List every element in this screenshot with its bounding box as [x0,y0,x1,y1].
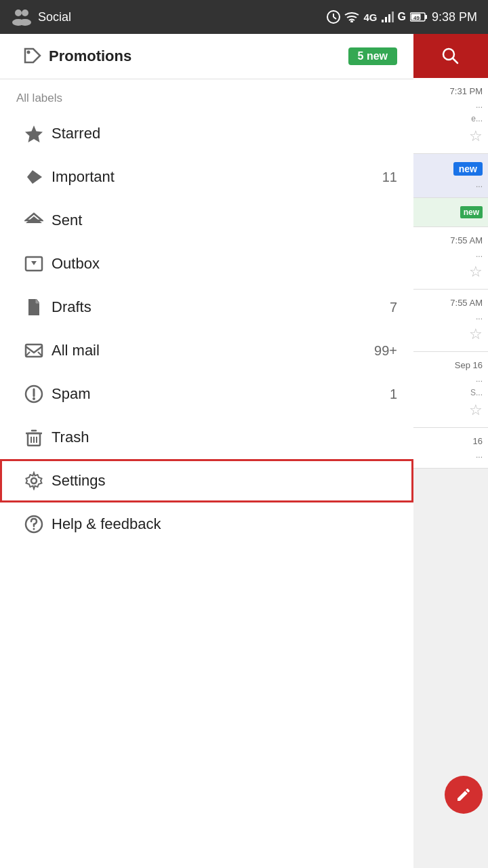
email-item-7: 16 ... [413,428,488,469]
svg-point-1 [22,9,28,16]
settings-icon [16,471,52,490]
menu-item-important[interactable]: Important 11 [0,155,413,199]
menu-item-outbox[interactable]: Outbox [0,242,413,285]
email-dots-6: ... [476,374,483,384]
email-dots-2: ... [476,180,483,189]
svg-rect-23 [26,344,42,357]
email-dots-1: ... [476,100,483,110]
email-preview-1: e... [471,114,483,123]
right-panel: 7:31 PM ... e... ☆ new ... new 7:55 AM .… [413,34,488,868]
tag-icon [16,46,49,66]
email-time-5: 7:55 AM [450,298,483,308]
svg-point-37 [33,528,35,530]
svg-marker-18 [27,170,42,184]
important-count: 11 [382,170,397,185]
help-label: Help & feedback [52,515,397,533]
time-display: 9:38 PM [432,10,477,24]
outbox-icon [16,254,52,273]
allmail-count: 99+ [374,343,397,359]
promotions-badge: 5 new [348,47,397,65]
allmail-icon [16,341,52,360]
trash-icon [16,428,52,447]
svg-rect-11 [392,12,394,22]
all-labels-header: All labels [0,79,413,112]
email-star-1[interactable]: ☆ [469,127,483,145]
email-star-6[interactable]: ☆ [469,401,483,419]
search-icon[interactable] [441,46,461,66]
menu-item-allmail[interactable]: All mail 99+ [0,329,413,372]
svg-line-39 [453,58,458,63]
spam-icon [16,384,52,403]
status-bar-left: Social [11,7,71,26]
email-time-6: Sep 16 [455,360,483,370]
svg-point-28 [33,397,35,400]
menu-item-trash[interactable]: Trash [0,416,413,459]
menu-item-drafts[interactable]: Drafts 7 [0,285,413,329]
svg-rect-9 [385,17,387,22]
svg-point-0 [15,9,22,16]
settings-label: Settings [52,472,397,490]
email-dots-7: ... [476,450,483,460]
social-icon [11,7,33,26]
right-panel-header [413,34,488,78]
svg-rect-13 [425,15,427,19]
spam-count: 1 [390,387,397,402]
clock-icon [327,10,340,24]
menu-item-settings[interactable]: Settings [0,459,413,502]
sent-label: Sent [52,212,397,229]
email-dots-5: ... [476,312,483,321]
svg-marker-22 [31,261,37,265]
drafts-icon [16,298,52,317]
compose-icon [455,787,472,803]
svg-point-35 [31,478,37,484]
email-badge-2: new [453,162,483,176]
g-label: G [398,11,406,23]
email-item-3: new [413,198,488,227]
drafts-label: Drafts [52,298,390,316]
email-star-5[interactable]: ☆ [469,326,483,343]
svg-line-6 [333,17,336,19]
email-badge-3: new [460,206,483,218]
signal-icon [382,12,394,22]
sent-icon [16,211,52,230]
promotions-row[interactable]: Promotions 5 new [0,34,413,79]
main-layout: Promotions 5 new All labels Starred Impo… [0,34,488,868]
menu-item-spam[interactable]: Spam 1 [0,372,413,416]
email-item-1: 7:31 PM ... e... ☆ [413,78,488,154]
email-dots-4: ... [476,250,483,259]
drawer: Promotions 5 new All labels Starred Impo… [0,34,413,868]
status-bar: Social 4G G 49 [0,0,488,34]
email-item-2: new ... [413,154,488,198]
status-icons: 4G G 49 9:38 PM [327,10,477,24]
starred-label: Starred [52,125,397,142]
spam-label: Spam [52,385,390,403]
email-item-5: 7:55 AM ... ☆ [413,290,488,352]
important-label: Important [52,168,382,186]
email-item-4: 7:55 AM ... ☆ [413,227,488,290]
email-time-4: 7:55 AM [450,235,483,245]
menu-item-help[interactable]: Help & feedback [0,502,413,546]
allmail-label: All mail [52,342,374,359]
drafts-count: 7 [390,300,397,315]
important-icon [16,167,52,186]
menu-item-sent[interactable]: Sent [0,199,413,242]
menu-item-starred[interactable]: Starred [0,112,413,155]
email-item-6: Sep 16 ... S... ☆ [413,352,488,428]
svg-point-3 [19,19,31,26]
promotions-label: Promotions [49,47,348,65]
trash-label: Trash [52,429,397,446]
email-time-7: 16 [473,436,483,446]
star-icon [16,124,52,143]
outbox-label: Outbox [52,255,397,273]
network-label: 4G [363,12,377,23]
svg-rect-10 [388,14,390,22]
svg-rect-8 [382,20,384,22]
svg-point-7 [350,20,353,22]
compose-fab[interactable] [445,776,483,814]
email-time-1: 7:31 PM [450,86,483,96]
svg-point-16 [27,51,30,54]
svg-text:49: 49 [413,15,420,21]
battery-icon: 49 [410,12,428,22]
email-preview-6: S... [470,388,483,397]
email-star-4[interactable]: ☆ [469,263,483,281]
